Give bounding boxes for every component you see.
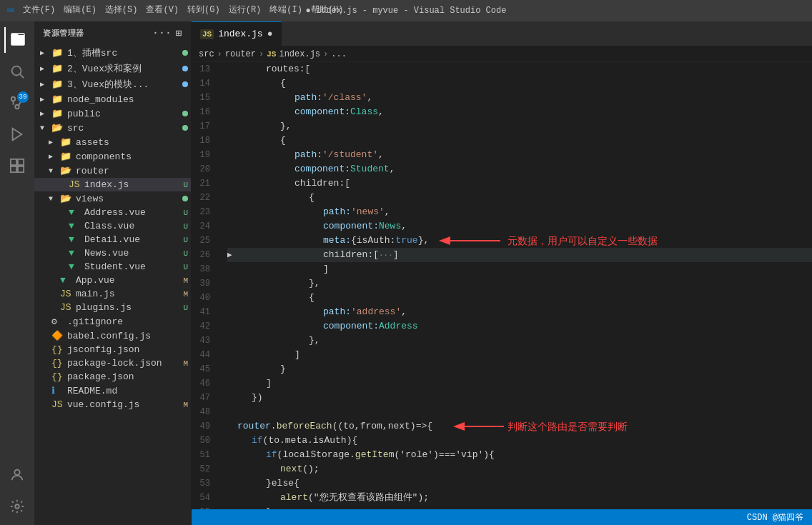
menu-run[interactable]: 运行(R) <box>229 4 262 18</box>
source-control-activity-icon[interactable]: 39 <box>4 90 30 116</box>
sidebar-header-icons[interactable]: ··· ⊞ <box>152 27 182 39</box>
breadcrumb-router: router <box>225 49 256 59</box>
line-num: 40 <box>192 291 216 305</box>
menu-file[interactable]: 文件(F) <box>23 4 56 18</box>
tree-label: 1、插槽src <box>67 46 182 59</box>
tree-item-node-modules[interactable]: ▶ 📁 node_modules <box>34 92 191 106</box>
editor-tab-index-js[interactable]: JS index.js ● <box>192 21 282 46</box>
tree-item-src[interactable]: ▼ 📂 src <box>34 121 191 135</box>
line-numbers: 13 14 15 16 17 18 19 20 21 22 23 24 25 2… <box>192 62 222 509</box>
code-line-52: next(); <box>227 462 812 476</box>
tree-item-components[interactable]: ▶ 📁 components <box>34 149 191 164</box>
tree-item-address-vue[interactable]: ▼ Address.vue U <box>34 206 191 219</box>
tree-item-vuex1[interactable]: ▶ 📁 2、Vuex求和案例 <box>34 61 191 76</box>
vue-file-icon: ▼ <box>69 207 81 218</box>
js-tab-icon: JS <box>200 29 214 39</box>
menu-bar[interactable]: ⌨ 文件(F) 编辑(E) 选择(S) 查看(V) 转到(G) 运行(R) 终端… <box>7 4 344 18</box>
line-num: 52 <box>192 462 216 476</box>
menu-terminal[interactable]: 终端(I) <box>269 4 302 18</box>
tree-item-assets[interactable]: ▶ 📁 assets <box>34 135 191 149</box>
modified-dot: ● <box>267 29 273 39</box>
tree-label: plugins.js <box>76 302 180 313</box>
file-status-badge: U <box>183 304 188 312</box>
sidebar-icon-new[interactable]: ⊞ <box>176 27 182 39</box>
tree-label: vue.config.js <box>67 399 180 410</box>
line-num: 55 <box>192 505 216 509</box>
status-dot <box>182 111 188 116</box>
editor-area: JS index.js ● src › router › JS index.js… <box>192 21 812 525</box>
file-status-badge: U <box>183 236 188 244</box>
code-content[interactable]: routes:[ { path:'/class', component:Clas… <box>222 62 812 509</box>
vue-file-icon: ▼ <box>60 275 73 286</box>
code-line-43: }, <box>227 334 812 348</box>
code-line-55: } <box>227 505 812 509</box>
source-control-badge: 39 <box>17 91 29 103</box>
menu-goto[interactable]: 转到(G) <box>187 4 220 18</box>
tree-label: index.js <box>84 179 180 190</box>
sidebar-icon-dots[interactable]: ··· <box>152 27 172 39</box>
expand-arrow-icon: ▶ <box>40 95 51 104</box>
account-activity-icon[interactable] <box>4 462 30 488</box>
tree-item-package-lock[interactable]: {} package-lock.json M <box>34 356 191 370</box>
tree-item-readme[interactable]: ℹ README.md <box>34 384 191 398</box>
tree-label: package.json <box>67 371 191 382</box>
tree-item-router[interactable]: ▼ 📂 router <box>34 164 191 178</box>
tree-item-class-vue[interactable]: ▼ Class.vue U <box>34 219 191 233</box>
menu-view[interactable]: 查看(V) <box>146 4 179 18</box>
code-line-24: component:News, <box>227 219 812 234</box>
tree-item-vuex2[interactable]: ▶ 📁 3、Vuex的模块... <box>34 76 191 92</box>
json-file-icon: {} <box>51 371 64 382</box>
svg-rect-9 <box>11 159 16 165</box>
tree-item-public[interactable]: ▶ 📁 public <box>34 106 191 121</box>
line-num: 46 <box>192 376 216 391</box>
tree-item-slots[interactable]: ▶ 📁 1、插槽src <box>34 45 191 61</box>
tree-label: src <box>67 123 182 134</box>
tree-item-detail-vue[interactable]: ▼ Detail.vue U <box>34 233 191 246</box>
expand-arrow-icon: ▼ <box>40 124 51 132</box>
code-line-22: { <box>227 191 812 205</box>
code-line-14: { <box>227 76 812 91</box>
code-line-19: path:'/student', <box>227 148 812 162</box>
status-dot <box>182 196 188 201</box>
status-dot <box>182 66 188 71</box>
settings-activity-icon[interactable] <box>4 494 30 519</box>
code-line-47: }) <box>227 391 812 405</box>
svg-marker-8 <box>13 129 22 141</box>
tab-bar: JS index.js ● <box>192 21 812 46</box>
tree-item-gitignore[interactable]: ⚙ .gitignore <box>34 314 191 329</box>
line-num: 49 <box>192 419 216 434</box>
line-num: 48 <box>192 405 216 419</box>
tree-item-index-js[interactable]: JS index.js U <box>34 178 191 191</box>
line-num: 13 <box>192 62 216 76</box>
code-editor[interactable]: 13 14 15 16 17 18 19 20 21 22 23 24 25 2… <box>192 62 812 509</box>
expand-arrow-icon: ▼ <box>49 195 60 203</box>
code-line-44: ] <box>227 348 812 362</box>
tree-item-views[interactable]: ▼ 📂 views <box>34 191 191 206</box>
menu-select[interactable]: 选择(S) <box>105 4 138 18</box>
tree-label: Class.vue <box>84 221 180 231</box>
line-num: 21 <box>192 176 216 191</box>
explorer-activity-icon[interactable] <box>4 27 30 53</box>
tree-item-vue-config[interactable]: JS vue.config.js M <box>34 398 191 411</box>
tree-item-app-vue[interactable]: ▼ App.vue M <box>34 274 191 287</box>
extensions-activity-icon[interactable] <box>4 153 30 179</box>
code-line-21: children:[ <box>227 176 812 191</box>
tree-item-news-vue[interactable]: ▼ News.vue U <box>34 246 191 260</box>
line-num: 43 <box>192 334 216 348</box>
run-activity-icon[interactable] <box>4 121 30 147</box>
menu-edit[interactable]: 编辑(E) <box>64 4 96 18</box>
js-file-icon: JS <box>60 289 73 299</box>
tree-item-babel-config[interactable]: 🔶 babel.config.js <box>34 329 191 343</box>
search-activity-icon[interactable] <box>4 59 30 84</box>
tree-item-package-json[interactable]: {} package.json <box>34 370 191 384</box>
line-num: 23 <box>192 205 216 219</box>
line-num: 24 <box>192 219 216 234</box>
code-line-51: if(localStorage.getItem('role')==='vip')… <box>227 448 812 462</box>
tree-item-plugins-js[interactable]: JS plugins.js U <box>34 301 191 314</box>
tree-item-main-js[interactable]: JS main.js M <box>34 287 191 301</box>
tree-item-jsconfig-json[interactable]: {} jsconfig.json <box>34 343 191 356</box>
sidebar-title: 资源管理器 <box>43 28 84 39</box>
expand-arrow-icon: ▶ <box>40 109 51 118</box>
line-num: 20 <box>192 162 216 176</box>
tree-item-student-vue[interactable]: ▼ Student.vue U <box>34 260 191 274</box>
